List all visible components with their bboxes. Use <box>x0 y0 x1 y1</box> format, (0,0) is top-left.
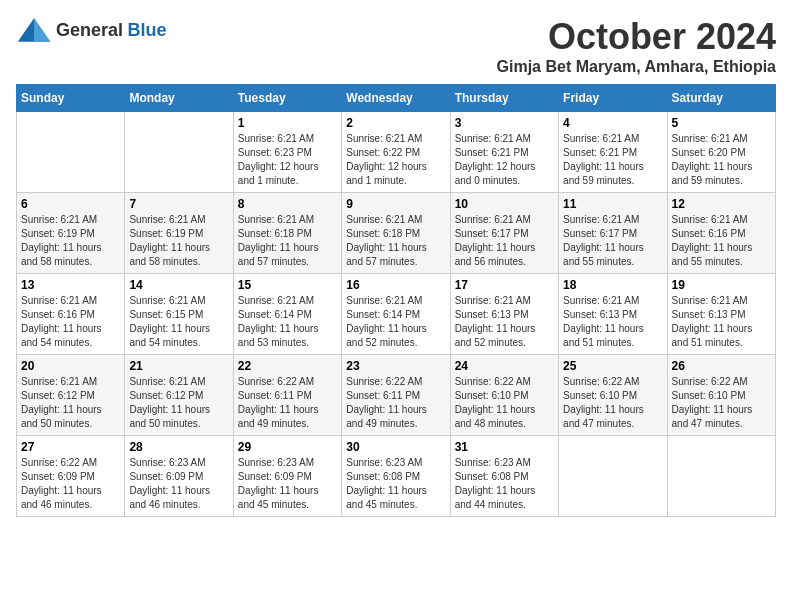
day-number: 24 <box>455 359 554 373</box>
header-day-tuesday: Tuesday <box>233 85 341 112</box>
day-number: 22 <box>238 359 337 373</box>
day-number: 25 <box>563 359 662 373</box>
week-row-4: 20Sunrise: 6:21 AM Sunset: 6:12 PM Dayli… <box>17 355 776 436</box>
day-number: 6 <box>21 197 120 211</box>
day-number: 21 <box>129 359 228 373</box>
day-info: Sunrise: 6:21 AM Sunset: 6:21 PM Dayligh… <box>455 132 554 188</box>
day-number: 7 <box>129 197 228 211</box>
day-info: Sunrise: 6:21 AM Sunset: 6:17 PM Dayligh… <box>455 213 554 269</box>
month-title: October 2024 <box>497 16 776 58</box>
day-number: 27 <box>21 440 120 454</box>
calendar: SundayMondayTuesdayWednesdayThursdayFrid… <box>16 84 776 517</box>
week-row-5: 27Sunrise: 6:22 AM Sunset: 6:09 PM Dayli… <box>17 436 776 517</box>
day-cell: 3Sunrise: 6:21 AM Sunset: 6:21 PM Daylig… <box>450 112 558 193</box>
header-row: SundayMondayTuesdayWednesdayThursdayFrid… <box>17 85 776 112</box>
day-cell: 16Sunrise: 6:21 AM Sunset: 6:14 PM Dayli… <box>342 274 450 355</box>
day-number: 18 <box>563 278 662 292</box>
header-day-sunday: Sunday <box>17 85 125 112</box>
day-number: 9 <box>346 197 445 211</box>
day-number: 29 <box>238 440 337 454</box>
day-cell <box>667 436 775 517</box>
day-number: 28 <box>129 440 228 454</box>
day-cell: 31Sunrise: 6:23 AM Sunset: 6:08 PM Dayli… <box>450 436 558 517</box>
day-number: 3 <box>455 116 554 130</box>
day-cell: 27Sunrise: 6:22 AM Sunset: 6:09 PM Dayli… <box>17 436 125 517</box>
day-cell: 11Sunrise: 6:21 AM Sunset: 6:17 PM Dayli… <box>559 193 667 274</box>
day-info: Sunrise: 6:21 AM Sunset: 6:12 PM Dayligh… <box>21 375 120 431</box>
day-number: 16 <box>346 278 445 292</box>
svg-marker-1 <box>34 18 50 41</box>
day-number: 23 <box>346 359 445 373</box>
logo-icon <box>16 16 52 44</box>
day-number: 19 <box>672 278 771 292</box>
day-number: 14 <box>129 278 228 292</box>
day-number: 8 <box>238 197 337 211</box>
day-cell: 30Sunrise: 6:23 AM Sunset: 6:08 PM Dayli… <box>342 436 450 517</box>
day-number: 13 <box>21 278 120 292</box>
header-day-saturday: Saturday <box>667 85 775 112</box>
day-info: Sunrise: 6:21 AM Sunset: 6:18 PM Dayligh… <box>346 213 445 269</box>
location-title: Gimja Bet Maryam, Amhara, Ethiopia <box>497 58 776 76</box>
day-cell: 10Sunrise: 6:21 AM Sunset: 6:17 PM Dayli… <box>450 193 558 274</box>
day-cell <box>17 112 125 193</box>
header-day-friday: Friday <box>559 85 667 112</box>
day-info: Sunrise: 6:21 AM Sunset: 6:23 PM Dayligh… <box>238 132 337 188</box>
day-cell: 29Sunrise: 6:23 AM Sunset: 6:09 PM Dayli… <box>233 436 341 517</box>
header-day-thursday: Thursday <box>450 85 558 112</box>
day-cell: 17Sunrise: 6:21 AM Sunset: 6:13 PM Dayli… <box>450 274 558 355</box>
week-row-3: 13Sunrise: 6:21 AM Sunset: 6:16 PM Dayli… <box>17 274 776 355</box>
day-number: 5 <box>672 116 771 130</box>
day-info: Sunrise: 6:21 AM Sunset: 6:19 PM Dayligh… <box>129 213 228 269</box>
day-info: Sunrise: 6:23 AM Sunset: 6:08 PM Dayligh… <box>455 456 554 512</box>
day-number: 4 <box>563 116 662 130</box>
day-info: Sunrise: 6:21 AM Sunset: 6:13 PM Dayligh… <box>672 294 771 350</box>
day-cell: 8Sunrise: 6:21 AM Sunset: 6:18 PM Daylig… <box>233 193 341 274</box>
day-cell: 9Sunrise: 6:21 AM Sunset: 6:18 PM Daylig… <box>342 193 450 274</box>
week-row-1: 1Sunrise: 6:21 AM Sunset: 6:23 PM Daylig… <box>17 112 776 193</box>
day-cell: 22Sunrise: 6:22 AM Sunset: 6:11 PM Dayli… <box>233 355 341 436</box>
day-number: 17 <box>455 278 554 292</box>
day-number: 30 <box>346 440 445 454</box>
logo: General Blue <box>16 16 167 44</box>
day-cell: 21Sunrise: 6:21 AM Sunset: 6:12 PM Dayli… <box>125 355 233 436</box>
day-cell: 15Sunrise: 6:21 AM Sunset: 6:14 PM Dayli… <box>233 274 341 355</box>
day-cell <box>125 112 233 193</box>
day-cell: 7Sunrise: 6:21 AM Sunset: 6:19 PM Daylig… <box>125 193 233 274</box>
header-day-monday: Monday <box>125 85 233 112</box>
header: General Blue October 2024 Gimja Bet Mary… <box>16 16 776 76</box>
day-info: Sunrise: 6:22 AM Sunset: 6:11 PM Dayligh… <box>346 375 445 431</box>
day-cell: 24Sunrise: 6:22 AM Sunset: 6:10 PM Dayli… <box>450 355 558 436</box>
day-info: Sunrise: 6:22 AM Sunset: 6:11 PM Dayligh… <box>238 375 337 431</box>
logo-general: General <box>56 20 123 40</box>
day-info: Sunrise: 6:21 AM Sunset: 6:21 PM Dayligh… <box>563 132 662 188</box>
day-info: Sunrise: 6:21 AM Sunset: 6:15 PM Dayligh… <box>129 294 228 350</box>
day-info: Sunrise: 6:21 AM Sunset: 6:18 PM Dayligh… <box>238 213 337 269</box>
day-info: Sunrise: 6:23 AM Sunset: 6:08 PM Dayligh… <box>346 456 445 512</box>
logo-blue: Blue <box>128 20 167 40</box>
day-info: Sunrise: 6:21 AM Sunset: 6:20 PM Dayligh… <box>672 132 771 188</box>
day-cell: 20Sunrise: 6:21 AM Sunset: 6:12 PM Dayli… <box>17 355 125 436</box>
day-number: 15 <box>238 278 337 292</box>
day-number: 31 <box>455 440 554 454</box>
day-number: 11 <box>563 197 662 211</box>
day-info: Sunrise: 6:22 AM Sunset: 6:09 PM Dayligh… <box>21 456 120 512</box>
day-info: Sunrise: 6:22 AM Sunset: 6:10 PM Dayligh… <box>455 375 554 431</box>
day-info: Sunrise: 6:22 AM Sunset: 6:10 PM Dayligh… <box>672 375 771 431</box>
day-info: Sunrise: 6:23 AM Sunset: 6:09 PM Dayligh… <box>129 456 228 512</box>
day-number: 12 <box>672 197 771 211</box>
day-info: Sunrise: 6:21 AM Sunset: 6:14 PM Dayligh… <box>346 294 445 350</box>
day-cell: 23Sunrise: 6:22 AM Sunset: 6:11 PM Dayli… <box>342 355 450 436</box>
day-cell: 25Sunrise: 6:22 AM Sunset: 6:10 PM Dayli… <box>559 355 667 436</box>
day-info: Sunrise: 6:21 AM Sunset: 6:13 PM Dayligh… <box>563 294 662 350</box>
day-cell: 5Sunrise: 6:21 AM Sunset: 6:20 PM Daylig… <box>667 112 775 193</box>
day-cell: 4Sunrise: 6:21 AM Sunset: 6:21 PM Daylig… <box>559 112 667 193</box>
day-cell: 19Sunrise: 6:21 AM Sunset: 6:13 PM Dayli… <box>667 274 775 355</box>
day-info: Sunrise: 6:21 AM Sunset: 6:12 PM Dayligh… <box>129 375 228 431</box>
title-area: October 2024 Gimja Bet Maryam, Amhara, E… <box>497 16 776 76</box>
day-number: 1 <box>238 116 337 130</box>
day-info: Sunrise: 6:21 AM Sunset: 6:16 PM Dayligh… <box>672 213 771 269</box>
day-cell: 26Sunrise: 6:22 AM Sunset: 6:10 PM Dayli… <box>667 355 775 436</box>
day-cell: 18Sunrise: 6:21 AM Sunset: 6:13 PM Dayli… <box>559 274 667 355</box>
day-cell: 2Sunrise: 6:21 AM Sunset: 6:22 PM Daylig… <box>342 112 450 193</box>
day-number: 10 <box>455 197 554 211</box>
